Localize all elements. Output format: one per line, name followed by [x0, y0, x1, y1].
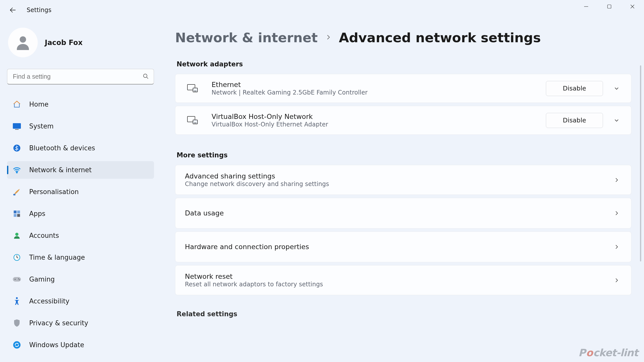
svg-point-22	[19, 279, 20, 280]
close-icon	[630, 4, 635, 9]
search-wrap	[7, 69, 154, 84]
maximize-icon	[607, 4, 612, 9]
setting-row-hardware[interactable]: Hardware and connection properties	[175, 232, 631, 262]
sidebar-item-accounts[interactable]: Accounts	[7, 227, 154, 244]
expand-button[interactable]	[612, 83, 622, 94]
svg-rect-8	[15, 129, 19, 130]
main: Network & internet Advanced network sett…	[161, 20, 644, 362]
chevron-right-icon	[325, 34, 332, 42]
accounts-icon	[12, 231, 22, 240]
section-heading-adapters: Network adapters	[177, 60, 631, 68]
sidebar: Jacob Fox Home System Bluetooth & device…	[0, 20, 161, 362]
svg-point-5	[143, 74, 147, 77]
sidebar-item-apps[interactable]: Apps	[7, 205, 154, 222]
sidebar-item-bluetooth[interactable]: Bluetooth & devices	[7, 139, 154, 157]
avatar	[8, 28, 38, 57]
sidebar-item-network[interactable]: Network & internet	[7, 161, 154, 179]
sidebar-item-time[interactable]: Time & language	[7, 249, 154, 266]
adapter-name: VirtualBox Host-Only Network	[212, 113, 546, 120]
section-heading-related: Related settings	[177, 310, 631, 318]
minimize-button[interactable]	[575, 0, 598, 13]
sidebar-item-update[interactable]: Windows Update	[7, 336, 154, 354]
setting-sub: Change network discovery and sharing set…	[185, 180, 612, 188]
adapter-card: Ethernet Network | Realtek Gaming 2.5GbE…	[175, 74, 631, 103]
svg-point-23	[16, 297, 18, 299]
close-button[interactable]	[621, 0, 644, 13]
adapter-card: VirtualBox Host-Only Network VirtualBox …	[175, 106, 631, 135]
svg-rect-15	[17, 214, 20, 217]
breadcrumb: Network & internet Advanced network sett…	[175, 30, 631, 45]
svg-rect-29	[193, 120, 197, 124]
chevron-down-icon	[613, 117, 620, 124]
svg-rect-11	[13, 194, 16, 196]
svg-rect-26	[193, 88, 197, 92]
arrow-left-icon	[9, 7, 16, 14]
brush-icon	[12, 187, 22, 197]
setting-sub: Reset all network adaptors to factory se…	[185, 281, 612, 288]
user-name: Jacob Fox	[45, 38, 83, 47]
svg-point-24	[13, 341, 20, 348]
system-icon	[12, 121, 22, 131]
svg-rect-13	[17, 211, 20, 213]
person-icon	[14, 33, 32, 52]
search-input[interactable]	[7, 69, 154, 84]
maximize-button[interactable]	[598, 0, 621, 13]
setting-title: Network reset	[185, 273, 612, 280]
sidebar-item-label: System	[29, 122, 54, 130]
minimize-icon	[584, 4, 589, 9]
disable-button[interactable]: Disable	[546, 113, 603, 128]
adapter-name: Ethernet	[212, 81, 546, 88]
update-icon	[12, 340, 22, 350]
setting-title: Data usage	[185, 209, 612, 217]
sidebar-item-label: Gaming	[29, 276, 55, 283]
sidebar-item-label: Accessibility	[29, 297, 69, 305]
setting-row-data-usage[interactable]: Data usage	[175, 198, 631, 229]
sidebar-item-accessibility[interactable]: Accessibility	[7, 292, 154, 310]
setting-title: Hardware and connection properties	[185, 243, 612, 251]
sidebar-item-personalisation[interactable]: Personalisation	[7, 183, 154, 201]
chevron-down-icon	[613, 85, 620, 92]
svg-point-20	[15, 279, 16, 280]
app-title: Settings	[27, 7, 51, 14]
sidebar-item-label: Apps	[29, 210, 45, 217]
adapter-desc: Network | Realtek Gaming 2.5GbE Family C…	[212, 89, 546, 96]
svg-rect-1	[608, 5, 611, 8]
svg-point-21	[18, 278, 19, 279]
chevron-right-icon	[612, 275, 622, 285]
search-icon	[142, 73, 149, 80]
adapter-desc: VirtualBox Host-Only Ethernet Adapter	[212, 121, 546, 128]
sidebar-item-home[interactable]: Home	[7, 96, 154, 113]
svg-rect-7	[13, 123, 21, 129]
svg-rect-19	[13, 277, 21, 282]
breadcrumb-parent[interactable]: Network & internet	[175, 30, 318, 45]
expand-button[interactable]	[612, 115, 622, 125]
chevron-right-icon	[612, 208, 622, 218]
scrollbar-thumb[interactable]	[640, 65, 641, 261]
setting-title: Advanced sharing settings	[185, 172, 612, 180]
nav: Home System Bluetooth & devices Network …	[7, 96, 154, 354]
bluetooth-icon	[12, 143, 22, 153]
scrollbar[interactable]	[638, 23, 643, 361]
breadcrumb-current: Advanced network settings	[339, 30, 541, 45]
sidebar-item-label: Bluetooth & devices	[29, 144, 95, 152]
svg-point-4	[20, 36, 26, 42]
back-button[interactable]	[7, 5, 18, 16]
disable-button[interactable]: Disable	[546, 81, 603, 96]
svg-line-6	[147, 77, 148, 78]
sidebar-item-label: Network & internet	[29, 166, 92, 174]
user-row[interactable]: Jacob Fox	[7, 28, 154, 57]
chevron-right-icon	[612, 175, 622, 185]
svg-rect-14	[14, 214, 17, 217]
sidebar-item-label: Personalisation	[29, 188, 79, 196]
wifi-icon	[12, 165, 22, 175]
home-icon	[12, 100, 22, 109]
svg-point-16	[15, 233, 19, 236]
setting-row-advanced-sharing[interactable]: Advanced sharing settings Change network…	[175, 165, 631, 195]
sidebar-item-privacy[interactable]: Privacy & security	[7, 314, 154, 332]
watermark: Pocket-lint	[578, 347, 638, 358]
sidebar-item-label: Time & language	[29, 254, 85, 261]
sidebar-item-gaming[interactable]: Gaming	[7, 270, 154, 288]
setting-row-network-reset[interactable]: Network reset Reset all network adaptors…	[175, 265, 631, 295]
sidebar-item-system[interactable]: System	[7, 117, 154, 135]
accessibility-icon	[12, 296, 22, 306]
